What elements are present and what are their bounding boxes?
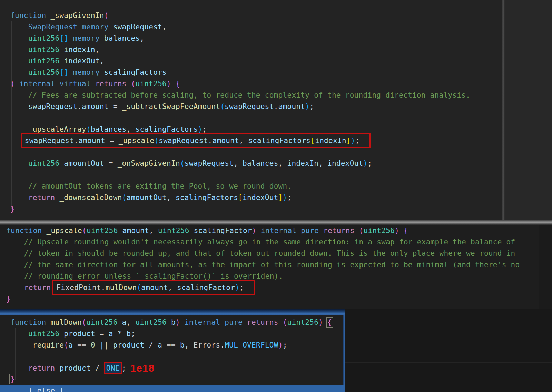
code-token: ; xyxy=(309,102,314,111)
code-area[interactable]: function _swapGivenIn( SwapRequest memor… xyxy=(0,0,552,215)
code-token: returns xyxy=(243,318,283,326)
code-area[interactable]: function _upscale(uint256 amount, uint25… xyxy=(0,225,552,305)
code-token: _upscale xyxy=(119,137,155,145)
code-token: * xyxy=(113,330,127,338)
code-token: ] xyxy=(346,137,351,145)
code-token: , xyxy=(127,125,136,133)
code-token: FixedPoint xyxy=(56,283,101,292)
code-token: ( xyxy=(82,227,87,235)
code-token: . xyxy=(74,137,78,145)
code-token: uint256 xyxy=(135,318,167,326)
code-token: uint256 xyxy=(86,318,118,326)
code-token: , xyxy=(318,159,327,168)
code-token: [] xyxy=(59,34,68,42)
code-token: ( xyxy=(131,80,135,88)
code-token: MUL_OVERFLOW xyxy=(225,341,278,349)
code-token: == xyxy=(73,341,91,349)
code-token: swapRequest xyxy=(159,137,208,145)
code-token: ; xyxy=(239,283,244,292)
code-token: ) xyxy=(363,159,368,168)
code-line: function _swapGivenIn( xyxy=(10,10,552,21)
code-line: } xyxy=(0,374,345,385)
code-token: indexOut xyxy=(327,159,363,168)
code-token: ] xyxy=(278,193,283,202)
code-token: product xyxy=(59,364,91,372)
code-line: function mulDown(uint256 a, uint256 b) i… xyxy=(0,317,345,328)
code-area[interactable]: function mulDown(uint256 a, uint256 b) i… xyxy=(0,309,345,392)
code-panel-swap-given-in: function _swapGivenIn( SwapRequest memor… xyxy=(0,0,552,220)
code-line: } xyxy=(10,203,552,215)
code-token: . xyxy=(208,137,213,145)
code-line: ) internal virtual returns (uint256) { xyxy=(10,78,552,90)
code-token: ( xyxy=(104,11,109,20)
code-token: , xyxy=(168,283,177,292)
code-token: return xyxy=(10,193,59,202)
code-token: uint256 xyxy=(10,57,59,65)
code-token: a xyxy=(118,318,127,326)
code-line: swapRequest.amount = _upscale(swapReques… xyxy=(10,135,552,147)
code-token: // Upscale rounding wouldn't necessarily… xyxy=(6,238,515,246)
code-token: scalingFactor xyxy=(177,283,235,292)
code-token: Errors xyxy=(194,341,220,349)
code-token: ( xyxy=(283,318,287,326)
code-line xyxy=(10,147,552,158)
selected-code-line: } else { xyxy=(0,385,345,392)
code-token: , xyxy=(185,341,194,349)
code-token: ( xyxy=(64,341,68,349)
code-line: uint256[] memory balances, xyxy=(10,33,552,44)
annotation-red-box: ONE xyxy=(104,362,122,374)
code-token: ( xyxy=(137,283,141,292)
editor-background-region: function mulDown(uint256 a, uint256 b) i… xyxy=(0,309,552,392)
code-token: function xyxy=(10,11,51,20)
code-token: ; xyxy=(122,364,126,372)
code-token: , xyxy=(127,318,136,326)
code-token: mulDown xyxy=(51,318,82,326)
code-line: uint256 indexOut, xyxy=(10,56,552,67)
code-token: = xyxy=(95,330,109,338)
code-token: memory xyxy=(68,68,100,77)
code-token: // amountOut tokens are exiting the Pool… xyxy=(10,182,292,190)
code-token: ( xyxy=(122,193,127,202)
code-token: amount xyxy=(78,137,105,145)
code-token: amount xyxy=(118,227,149,235)
code-token: amountOut xyxy=(59,159,104,168)
code-token: [ xyxy=(238,193,243,202)
code-token: ( xyxy=(82,318,86,326)
code-token: amount xyxy=(141,283,168,292)
code-token: a xyxy=(158,341,162,349)
code-token: / xyxy=(144,341,158,349)
code-token: product xyxy=(59,330,95,338)
code-token: , xyxy=(167,193,176,202)
code-token: uint256 xyxy=(87,227,118,235)
code-token: ; xyxy=(287,193,292,202)
code-token: , xyxy=(95,46,100,54)
code-token: . xyxy=(220,341,225,349)
code-token: ; xyxy=(368,159,372,168)
code-token: internal virtual xyxy=(19,80,91,88)
code-line: // amountOut tokens are exiting the Pool… xyxy=(10,181,552,192)
code-token: , xyxy=(239,137,248,145)
code-token: indexIn xyxy=(59,46,95,54)
code-token: _downscaleDown xyxy=(59,193,122,202)
code-token: , xyxy=(140,34,144,42)
code-token: ) xyxy=(10,80,19,88)
code-token: indexOut xyxy=(243,193,278,202)
code-token: ) xyxy=(252,227,256,235)
code-token: . xyxy=(101,283,106,292)
code-token: scalingFactors xyxy=(100,68,167,77)
code-token: } else { xyxy=(10,386,64,392)
code-token: ) xyxy=(283,193,287,202)
code-token: , xyxy=(278,159,287,168)
code-line xyxy=(10,112,552,124)
code-token: . xyxy=(77,102,82,111)
code-line xyxy=(10,169,552,181)
code-token: ) xyxy=(351,137,355,145)
code-token: { xyxy=(176,80,180,88)
code-token: ( xyxy=(154,137,159,145)
code-token: 0 xyxy=(91,341,95,349)
code-token: amountOut xyxy=(127,193,167,202)
code-token: indexOut xyxy=(59,57,100,65)
code-token: a xyxy=(109,330,113,338)
code-token: swapRequest xyxy=(25,137,74,145)
code-token: ( xyxy=(180,159,185,168)
